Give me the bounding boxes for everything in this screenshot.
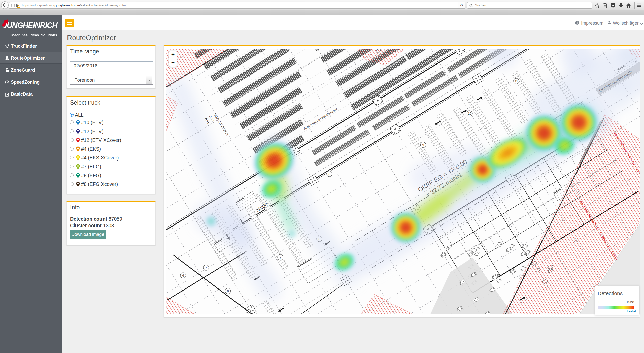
svg-text:7: 7 xyxy=(279,255,281,259)
svg-text:6: 6 xyxy=(182,274,184,277)
svg-text:8: 8 xyxy=(328,172,330,176)
svg-text:10: 10 xyxy=(468,112,471,115)
svg-text:9: 9 xyxy=(422,143,424,147)
svg-text:11: 11 xyxy=(515,79,518,83)
svg-text:6: 6 xyxy=(227,289,229,293)
svg-text:7: 7 xyxy=(205,266,207,270)
